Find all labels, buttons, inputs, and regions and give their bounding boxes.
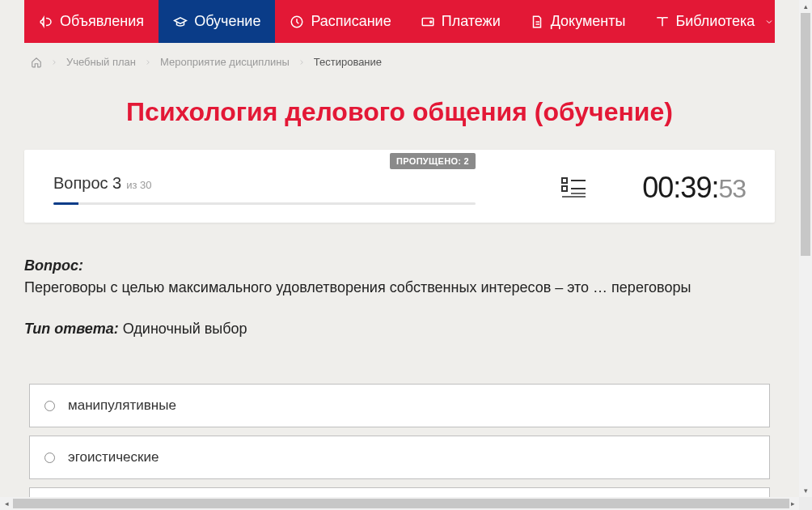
nav-schedule[interactable]: Расписание: [275, 0, 405, 43]
scroll-thumb[interactable]: [13, 499, 789, 508]
clock-icon: [290, 15, 304, 29]
skipped-badge: ПРОПУЩЕНО: 2: [390, 153, 476, 169]
question-total: из 30: [126, 179, 151, 191]
scroll-corner: [799, 497, 812, 510]
book-icon: [655, 15, 670, 29]
nav-label: Библиотека: [676, 13, 755, 30]
chevron-right-icon: [298, 58, 306, 66]
progress-bar: [53, 202, 476, 205]
radio-icon[interactable]: [44, 401, 55, 411]
answer-option[interactable]: приспособленческие: [29, 487, 770, 497]
chevron-down-icon: [764, 17, 774, 27]
home-icon[interactable]: [31, 57, 42, 68]
nav-payments[interactable]: Платежи: [406, 0, 515, 43]
horizontal-scrollbar[interactable]: ◂ ▸: [0, 497, 812, 510]
question-heading: Вопрос:: [24, 257, 83, 274]
answer-label: манипулятивные: [68, 397, 176, 414]
radio-icon[interactable]: [44, 453, 55, 463]
nav-documents[interactable]: Документы: [515, 0, 641, 43]
nav-library[interactable]: Библиотека: [641, 0, 789, 43]
timer-seconds: 53: [718, 174, 746, 204]
chevron-right-icon: [50, 58, 58, 66]
answer-type-heading: Тип ответа:: [24, 321, 119, 337]
answer-option[interactable]: манипулятивные: [29, 384, 770, 427]
svg-point-2: [429, 20, 431, 22]
timer-main: 00:39:: [642, 171, 718, 205]
answer-label: эгоистические: [68, 449, 159, 465]
scroll-track[interactable]: [13, 497, 786, 510]
answers-list: манипулятивные эгоистические приспособле…: [0, 359, 799, 497]
breadcrumb-event[interactable]: Мероприятие дисциплины: [160, 56, 290, 68]
question-list-icon[interactable]: [561, 176, 586, 199]
nav-announcements[interactable]: Объявления: [24, 0, 159, 43]
svg-rect-3: [562, 178, 567, 183]
page-title: Психология делового общения (обучение): [0, 97, 799, 127]
question-body: Вопрос: Переговоры с целью максимального…: [0, 223, 799, 340]
nav-training[interactable]: Обучение: [159, 0, 275, 43]
graduation-cap-icon: [173, 15, 188, 29]
question-number: Вопрос 3: [53, 174, 121, 193]
nav-label: Документы: [551, 13, 626, 30]
scroll-track[interactable]: [799, 13, 812, 484]
question-text: Переговоры с целью максимального удовлет…: [24, 279, 691, 295]
vertical-scrollbar[interactable]: ▴ ▾: [799, 0, 812, 497]
answer-type-value: Одиночный выбор: [123, 321, 247, 337]
megaphone-icon: [39, 15, 53, 29]
progress-fill: [53, 202, 78, 205]
nav-label: Объявления: [60, 13, 144, 30]
scroll-up-arrow-icon[interactable]: ▴: [799, 0, 812, 13]
scroll-down-arrow-icon[interactable]: ▾: [799, 484, 812, 497]
nav-label: Платежи: [442, 13, 501, 30]
scroll-thumb[interactable]: [801, 13, 810, 256]
document-icon: [530, 15, 544, 29]
nav-label: Обучение: [194, 13, 260, 30]
timer: 00:39:53: [642, 171, 746, 205]
breadcrumb-current: Тестирование: [314, 56, 382, 68]
chevron-right-icon: [144, 58, 152, 66]
breadcrumb: Учебный план Мероприятие дисциплины Тест…: [0, 43, 799, 68]
breadcrumb-plan[interactable]: Учебный план: [66, 56, 136, 68]
test-status-card: ПРОПУЩЕНО: 2 Вопрос 3 из 30: [24, 150, 775, 223]
answer-option[interactable]: эгоистические: [29, 436, 770, 479]
nav-label: Расписание: [311, 13, 391, 30]
svg-rect-5: [562, 186, 567, 191]
top-nav: Объявления Обучение Расписание Платежи: [24, 0, 775, 43]
scroll-left-arrow-icon[interactable]: ◂: [0, 497, 13, 510]
wallet-icon: [421, 15, 435, 29]
